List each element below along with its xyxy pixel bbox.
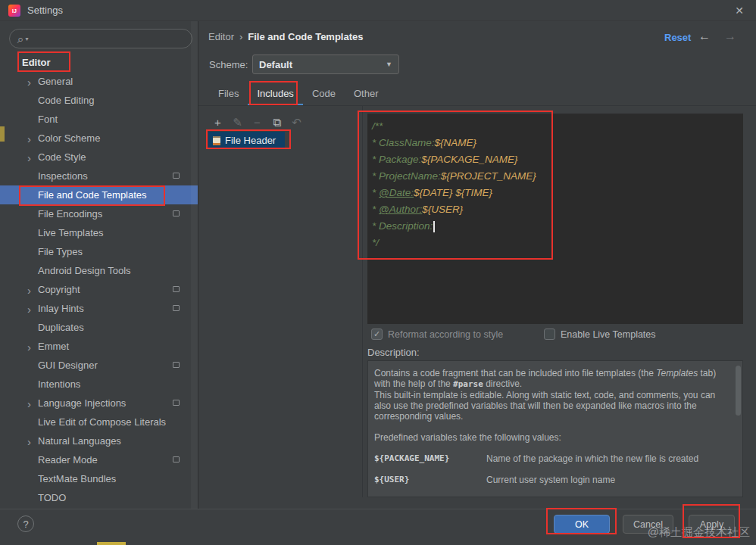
live-templates-checkbox[interactable]: Enable Live Templates bbox=[544, 329, 656, 340]
panel-splitter[interactable] bbox=[362, 106, 363, 497]
sidebar-item-label: TODO bbox=[38, 492, 66, 503]
variable-row: ${DATE} bbox=[374, 496, 724, 497]
revert-icon: ↶ bbox=[289, 115, 304, 130]
chevron-right-icon[interactable]: › bbox=[27, 341, 31, 352]
screen-artifact bbox=[97, 542, 126, 545]
sidebar-item-duplicates[interactable]: Duplicates bbox=[0, 318, 198, 337]
sidebar-scrollbar[interactable] bbox=[191, 21, 198, 509]
sidebar-item-editor[interactable]: Editor bbox=[0, 53, 198, 72]
edit-icon: ✎ bbox=[230, 115, 245, 130]
dialog-footer: ? OK Cancel Apply @稀土掘金技术社区 bbox=[0, 509, 756, 545]
chevron-right-icon[interactable]: › bbox=[27, 132, 31, 144]
checkbox-checked-icon[interactable]: ✓ bbox=[371, 329, 383, 340]
checkbox-unchecked-icon[interactable] bbox=[544, 329, 555, 340]
sidebar-item-code-editing[interactable]: Code Editing bbox=[0, 91, 198, 110]
ok-button[interactable]: OK bbox=[554, 515, 610, 534]
add-icon[interactable]: + bbox=[211, 115, 225, 130]
screen-badge-icon bbox=[173, 173, 180, 179]
sidebar-item-reader-mode[interactable]: Reader Mode bbox=[0, 450, 198, 469]
search-chevron-icon[interactable]: ▾ bbox=[25, 36, 28, 42]
search-input[interactable] bbox=[30, 33, 184, 45]
search-box[interactable]: ⌕ ▾ bbox=[9, 29, 192, 48]
sidebar-item-label: Reader Mode bbox=[38, 454, 98, 466]
tab-code[interactable]: Code bbox=[303, 83, 345, 106]
help-button[interactable]: ? bbox=[17, 515, 34, 532]
chevron-right-icon[interactable]: › bbox=[27, 284, 31, 295]
sidebar-item-general[interactable]: ›General bbox=[0, 72, 198, 91]
sidebar-item-textmate-bundles[interactable]: TextMate Bundles bbox=[0, 469, 198, 488]
sidebar-item-intentions[interactable]: Intentions bbox=[0, 375, 198, 394]
sidebar-item-label: TextMate Bundles bbox=[38, 473, 116, 484]
template-item-file-header[interactable]: File Header bbox=[208, 132, 285, 149]
screen-artifact bbox=[0, 126, 5, 142]
chevron-down-icon: ▼ bbox=[386, 61, 392, 68]
sidebar-item-file-and-code-templates[interactable]: File and Code Templates bbox=[0, 185, 198, 204]
tab-includes[interactable]: Includes bbox=[248, 83, 302, 106]
scheme-value: Default bbox=[259, 59, 386, 70]
watermark: @稀土掘金技术社区 bbox=[648, 525, 750, 540]
variable-description: Name of the package in which the new fil… bbox=[486, 453, 698, 465]
sidebar-item-natural-languages[interactable]: ›Natural Languages bbox=[0, 431, 198, 450]
sidebar-item-font[interactable]: Font bbox=[0, 110, 198, 129]
tab-files[interactable]: Files bbox=[209, 83, 248, 106]
scheme-dropdown[interactable]: Default ▼ bbox=[252, 54, 399, 74]
code-line: * ClassName:${NAME} bbox=[372, 136, 743, 153]
sidebar-item-emmet[interactable]: ›Emmet bbox=[0, 337, 198, 356]
description-scrollbar[interactable] bbox=[736, 366, 741, 416]
settings-window: IJ Settings ✕ ⌕ ▾ Editor›GeneralCode Edi… bbox=[0, 0, 756, 545]
sidebar-item-label: Language Injections bbox=[38, 397, 126, 409]
breadcrumb-separator-icon: › bbox=[239, 31, 242, 42]
screen-badge-icon bbox=[173, 305, 180, 311]
text-caret-icon bbox=[433, 221, 435, 232]
sidebar-item-label: Duplicates bbox=[38, 322, 84, 333]
variable-name: ${PACKAGE_NAME} bbox=[374, 453, 486, 465]
chevron-right-icon[interactable]: › bbox=[27, 435, 31, 447]
reset-link[interactable]: Reset bbox=[664, 32, 691, 43]
description-paragraph: Contains a code fragment that can be inc… bbox=[374, 368, 724, 390]
screen-badge-icon bbox=[173, 400, 180, 406]
code-line: * @Author:${USER} bbox=[372, 203, 743, 220]
sidebar-item-live-edit-of-compose-literals[interactable]: Live Edit of Compose Literals bbox=[0, 413, 198, 431]
sidebar-item-code-style[interactable]: ›Code Style bbox=[0, 148, 198, 167]
close-icon[interactable]: ✕ bbox=[735, 0, 744, 21]
live-templates-checkbox-label: Enable Live Templates bbox=[561, 329, 656, 340]
template-item-label: File Header bbox=[225, 135, 276, 146]
remove-icon: − bbox=[250, 115, 264, 130]
page-title: File and Code Templates bbox=[248, 31, 363, 42]
sidebar-item-label: File Types bbox=[38, 246, 83, 257]
code-line: */ bbox=[372, 236, 743, 253]
tab-other[interactable]: Other bbox=[345, 83, 388, 106]
breadcrumb-parent[interactable]: Editor bbox=[208, 31, 234, 42]
sidebar-item-android-design-tools[interactable]: Android Design Tools bbox=[0, 261, 198, 280]
sidebar-item-todo[interactable]: TODO bbox=[0, 488, 198, 507]
forward-arrow-icon: → bbox=[724, 30, 736, 43]
back-arrow-icon[interactable]: ← bbox=[698, 30, 711, 43]
variables-table: ${PACKAGE_NAME}Name of the package in wh… bbox=[374, 453, 724, 497]
code-line: * @Date:${DATE} ${TIME} bbox=[372, 186, 743, 203]
sidebar-item-file-encodings[interactable]: File Encodings bbox=[0, 204, 198, 223]
sidebar-item-file-types[interactable]: File Types bbox=[0, 242, 198, 261]
sidebar-item-live-templates[interactable]: Live Templates bbox=[0, 223, 198, 242]
sidebar-item-label: Font bbox=[38, 114, 58, 125]
reformat-checkbox[interactable]: ✓ Reformat according to style bbox=[371, 329, 503, 340]
sidebar-item-gui-designer[interactable]: GUI Designer bbox=[0, 356, 198, 375]
sidebar-item-label: File Encodings bbox=[38, 208, 102, 220]
sidebar-item-label: Code Style bbox=[38, 151, 86, 163]
sidebar-item-color-scheme[interactable]: ›Color Scheme bbox=[0, 129, 198, 148]
copy-icon[interactable]: ⧉ bbox=[270, 115, 284, 130]
reformat-checkbox-label: Reformat according to style bbox=[388, 329, 503, 340]
sidebar-item-label: GUI Designer bbox=[38, 360, 98, 371]
chevron-right-icon[interactable]: › bbox=[27, 76, 31, 87]
search-icon: ⌕ bbox=[17, 33, 23, 45]
sidebar-item-inlay-hints[interactable]: ›Inlay Hints bbox=[0, 299, 198, 318]
sidebar-item-language-injections[interactable]: ›Language Injections bbox=[0, 394, 198, 413]
chevron-right-icon[interactable]: › bbox=[27, 397, 31, 409]
chevron-right-icon[interactable]: › bbox=[27, 151, 31, 163]
sidebar-item-copyright[interactable]: ›Copyright bbox=[0, 280, 198, 299]
sidebar-item-inspections[interactable]: Inspections bbox=[0, 167, 198, 185]
settings-sidebar: ⌕ ▾ Editor›GeneralCode EditingFont›Color… bbox=[0, 21, 198, 509]
variable-row: ${PACKAGE_NAME}Name of the package in wh… bbox=[374, 453, 724, 465]
sidebar-item-label: Intentions bbox=[38, 378, 80, 390]
chevron-right-icon[interactable]: › bbox=[27, 303, 31, 314]
template-editor[interactable]: /*** ClassName:${NAME}* Package:${PACKAG… bbox=[367, 114, 743, 324]
